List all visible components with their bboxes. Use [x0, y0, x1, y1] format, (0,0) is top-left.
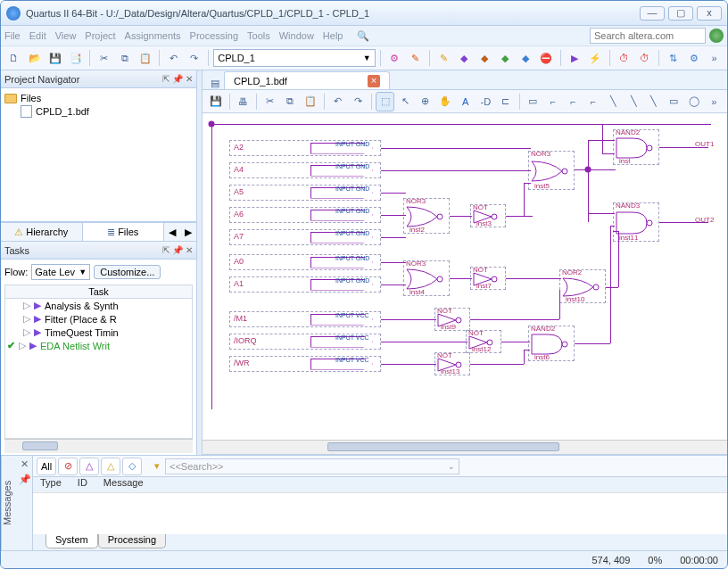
- pin-a1[interactable]: A1INPUT GND: [229, 276, 381, 293]
- tasks-pin-icon[interactable]: ⇱ 📌 ✕: [162, 245, 193, 255]
- menu-help[interactable]: Help: [323, 30, 343, 41]
- close-button[interactable]: x: [697, 6, 722, 21]
- messages-body[interactable]: [33, 493, 727, 534]
- sch-redo-icon[interactable]: ↷: [348, 92, 368, 111]
- sch-hand-icon[interactable]: ✋: [435, 92, 455, 111]
- copy-icon[interactable]: ⧉: [115, 48, 134, 68]
- prog1-icon[interactable]: ⇅: [664, 48, 682, 68]
- msg-tab-system[interactable]: System: [46, 534, 98, 548]
- msg-close-icon[interactable]: ✕: [21, 458, 29, 470]
- paste-icon[interactable]: 📋: [136, 48, 154, 68]
- pin-wr[interactable]: /WRINPUT VCC: [229, 356, 381, 372]
- cut-icon[interactable]: ✂: [95, 48, 113, 68]
- stop-icon[interactable]: ⛔: [537, 48, 556, 68]
- sch-rect2-icon[interactable]: ▭: [664, 92, 683, 111]
- tab-files[interactable]: ≣ Files: [83, 223, 165, 241]
- pin-a4[interactable]: A4INPUT GND: [229, 162, 381, 178]
- gate-not-inst3[interactable]: NOT inst3: [470, 204, 506, 227]
- project-combo[interactable]: CPLD_1 ▼: [213, 49, 375, 67]
- menu-view[interactable]: View: [55, 30, 77, 41]
- pin-iorq[interactable]: /IORQINPUT VCC: [229, 334, 381, 350]
- msg-warning-icon[interactable]: △: [101, 458, 120, 475]
- msg-info-icon[interactable]: ◇: [122, 458, 142, 475]
- sch-text-icon[interactable]: A: [456, 92, 476, 111]
- document-tab[interactable]: CPLD_1.bdf ×: [224, 71, 390, 89]
- sch-wire3-icon[interactable]: ⌐: [583, 92, 603, 111]
- gate-nand2-inst[interactable]: NAND2 inst: [613, 129, 659, 165]
- tool-pencil-icon[interactable]: ✎: [406, 48, 425, 68]
- sim-icon[interactable]: ⚡: [586, 48, 605, 68]
- msg-all-button[interactable]: All: [37, 458, 56, 475]
- timer1-icon[interactable]: ⏱: [615, 48, 633, 68]
- project-tree[interactable]: Files CPLD_1.bdf: [1, 88, 196, 222]
- sch-paste-icon[interactable]: 📋: [301, 92, 320, 111]
- menu-window[interactable]: Window: [279, 30, 314, 41]
- tool-settings-icon[interactable]: ⚙: [385, 48, 404, 68]
- gate-nand3-inst11[interactable]: NAND3 inst11: [613, 202, 659, 242]
- menu-processing[interactable]: Processing: [190, 30, 238, 41]
- sch-undo-icon[interactable]: ↶: [328, 92, 348, 111]
- new-icon[interactable]: 🗋: [4, 48, 23, 68]
- sch-pin-icon[interactable]: ⊏: [496, 92, 516, 111]
- search-input[interactable]: [590, 28, 706, 44]
- sch-circle-icon[interactable]: ◯: [684, 92, 704, 111]
- sch-diag1-icon[interactable]: ╲: [604, 92, 624, 111]
- menu-assignments[interactable]: Assignments: [125, 30, 181, 41]
- pin-a5[interactable]: A5INPUT GND: [229, 185, 381, 201]
- tasks-hscrollbar[interactable]: [4, 439, 193, 453]
- pin-a0[interactable]: A0INPUT GND: [229, 254, 381, 270]
- nav-tab-right[interactable]: ▶: [180, 223, 196, 241]
- sch-save-icon[interactable]: 💾: [206, 92, 226, 111]
- sch-zoom-icon[interactable]: ⊕: [416, 92, 435, 111]
- sch-rect-icon[interactable]: ▭: [524, 92, 543, 111]
- gate-nor3-inst5[interactable]: NOR3 inst5: [528, 151, 575, 190]
- tool-compile-icon[interactable]: ◆: [455, 48, 474, 68]
- globe-icon[interactable]: [709, 29, 724, 43]
- sch-diag2-icon[interactable]: ╲: [624, 92, 643, 111]
- gate-nor3-inst4[interactable]: NOR3 inst4: [403, 260, 450, 296]
- pin-icon[interactable]: ⇱ 📌 ✕: [162, 74, 193, 84]
- save-icon[interactable]: 💾: [46, 48, 64, 68]
- pin-m1[interactable]: /M1INPUT VCC: [229, 311, 381, 327]
- task-item[interactable]: ✔▷▶EDA Netlist Writ: [5, 339, 192, 352]
- sch-pointer-icon[interactable]: ↖: [395, 92, 415, 111]
- gate-nand2-inst6[interactable]: NAND2 inst6: [528, 326, 575, 361]
- sch-select-icon[interactable]: ⬚: [376, 92, 395, 111]
- schematic-hscrollbar[interactable]: [203, 440, 727, 454]
- msg-tab-processing[interactable]: Processing: [98, 534, 166, 548]
- tool-chip2-icon[interactable]: ◆: [496, 48, 515, 68]
- nav-tab-left[interactable]: ◀: [164, 223, 180, 241]
- open-icon[interactable]: 📂: [25, 48, 44, 68]
- menu-tools[interactable]: Tools: [247, 30, 270, 41]
- gate-not-inst12[interactable]: NOT inst12: [466, 330, 501, 353]
- close-tab-icon[interactable]: ×: [368, 75, 380, 87]
- minimize-button[interactable]: —: [640, 6, 665, 21]
- sch-symbol-icon[interactable]: -D: [476, 92, 496, 111]
- messages-side-label[interactable]: Messages: [1, 456, 17, 550]
- gate-nor3-inst2[interactable]: NOR3 inst2: [403, 198, 450, 234]
- messages-search[interactable]: <<Search>> ⌄: [165, 458, 459, 474]
- sch-diag3-icon[interactable]: ╲: [644, 92, 664, 111]
- pin-a6[interactable]: A6INPUT GND: [229, 207, 381, 223]
- filter-icon[interactable]: ▾: [154, 460, 160, 472]
- save-all-icon[interactable]: 📑: [66, 48, 85, 68]
- msg-pin-icon[interactable]: 📌: [19, 474, 31, 485]
- tool-wand-icon[interactable]: ✎: [434, 48, 453, 68]
- menu-edit[interactable]: Edit: [29, 30, 46, 41]
- run-icon[interactable]: ▶: [566, 48, 584, 68]
- help-search-icon[interactable]: 🔍: [357, 30, 369, 42]
- sch-wire1-icon[interactable]: ⌐: [543, 92, 563, 111]
- msg-critical-icon[interactable]: △: [79, 458, 99, 475]
- sch-print-icon[interactable]: 🖶: [234, 92, 253, 111]
- undo-icon[interactable]: ↶: [164, 48, 183, 68]
- msg-error-icon[interactable]: ⊘: [58, 458, 78, 475]
- maximize-button[interactable]: ▢: [668, 6, 693, 21]
- sch-wire2-icon[interactable]: ⌐: [564, 92, 583, 111]
- task-item[interactable]: ▷▶Fitter (Place & R: [5, 312, 192, 326]
- redo-icon[interactable]: ↷: [185, 48, 203, 68]
- sch-overflow-icon[interactable]: »: [705, 92, 724, 111]
- customize-button[interactable]: Customize...: [94, 265, 161, 279]
- gate-not-inst7[interactable]: NOT inst7: [470, 267, 506, 290]
- menu-file[interactable]: File: [4, 30, 21, 41]
- task-item[interactable]: ▷▶TimeQuest Timin: [5, 326, 192, 339]
